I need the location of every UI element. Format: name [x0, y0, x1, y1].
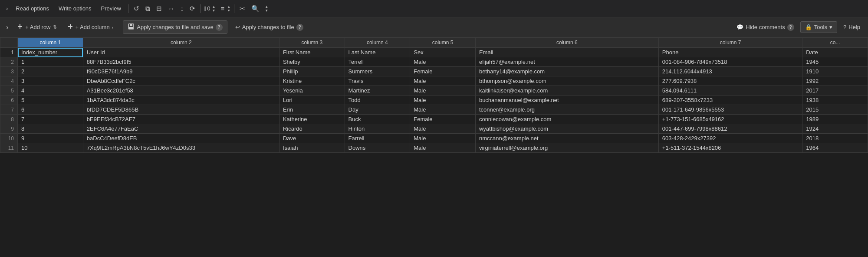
- table-cell[interactable]: 1964: [802, 143, 868, 153]
- table-cell[interactable]: 001-084-906-7849x73518: [658, 57, 802, 67]
- table-cell[interactable]: 1910: [802, 67, 868, 76]
- table-cell[interactable]: +1-773-151-6685x49162: [658, 115, 802, 124]
- table-cell[interactable]: 2: [18, 67, 83, 76]
- tab-read-options[interactable]: Read options: [11, 3, 53, 13]
- table-cell[interactable]: Male: [410, 105, 476, 115]
- table-row[interactable]: 54A31Bee3c201ef58YeseniaMartinezMalekait…: [0, 86, 868, 96]
- table-cell[interactable]: bethany14@example.com: [475, 67, 658, 76]
- apply-button[interactable]: ↩ Apply changes to file ?: [231, 22, 308, 33]
- table-cell[interactable]: 5: [18, 96, 83, 105]
- table-cell[interactable]: Day: [345, 105, 410, 115]
- table-cell[interactable]: 2018: [802, 134, 868, 143]
- table-cell[interactable]: baDcC4DeefD8dEB: [83, 134, 279, 143]
- table-cell[interactable]: 2EFC6A4e77FaEaC: [83, 124, 279, 134]
- table-cell[interactable]: 1938: [802, 96, 868, 105]
- tab-preview[interactable]: Preview: [97, 3, 125, 13]
- table-cell[interactable]: 1924: [802, 124, 868, 134]
- ruler-button[interactable]: ⊟: [154, 3, 164, 14]
- table-cell[interactable]: bfDD7CDEF5D865B: [83, 105, 279, 115]
- col-header-5[interactable]: column 5: [410, 38, 476, 48]
- col-count-stepper[interactable]: ▲ ▼: [211, 5, 217, 13]
- row-count-stepper[interactable]: ▲ ▼: [226, 5, 231, 13]
- table-cell[interactable]: bthompson@example.com: [475, 76, 658, 86]
- col-count-down[interactable]: ▼: [211, 9, 217, 13]
- sync-button[interactable]: ⟳: [187, 3, 198, 14]
- col-header-7[interactable]: column 7: [658, 38, 802, 48]
- table-cell[interactable]: 8: [18, 124, 83, 134]
- help-button[interactable]: ? Help: [839, 22, 865, 33]
- table-row[interactable]: 32f90cD3E76f1A9b9PhillipSummersFemalebet…: [0, 67, 868, 76]
- expand-sidebar-button[interactable]: ›: [3, 3, 10, 13]
- table-cell[interactable]: buchananmanuel@example.net: [475, 96, 658, 105]
- table-cell[interactable]: 603-428-2429x27392: [658, 134, 802, 143]
- table-cell[interactable]: Female: [410, 115, 476, 124]
- table-cell[interactable]: First Name: [279, 48, 345, 57]
- tools-button[interactable]: 🔒 Tools ▾: [800, 21, 837, 33]
- table-row[interactable]: 2188F7B33d2bcf9f5ShelbyTerrellMaleelijah…: [0, 57, 868, 67]
- apply-save-help-icon[interactable]: ?: [216, 24, 223, 31]
- table-cell[interactable]: Female: [410, 67, 476, 76]
- search-stepper[interactable]: ▲ ▼: [264, 5, 269, 13]
- table-cell[interactable]: kaitlinkaiser@example.com: [475, 86, 658, 96]
- table-cell[interactable]: f90cD3E76f1A9b9: [83, 67, 279, 76]
- col-count-up[interactable]: ▲: [211, 5, 217, 9]
- table-cell[interactable]: Terrell: [345, 57, 410, 67]
- table-cell[interactable]: Last Name: [345, 48, 410, 57]
- arrows-h-button[interactable]: ↔: [165, 3, 177, 14]
- arrows-v-button[interactable]: ↕: [178, 3, 187, 14]
- table-cell[interactable]: Male: [410, 143, 476, 153]
- table-cell[interactable]: nmccann@example.net: [475, 134, 658, 143]
- table-cell[interactable]: 1: [18, 57, 83, 67]
- table-cell[interactable]: Martinez: [345, 86, 410, 96]
- search-up[interactable]: ▲: [264, 5, 269, 9]
- table-cell[interactable]: 3: [18, 76, 83, 86]
- search-down[interactable]: ▼: [264, 9, 269, 13]
- table-cell[interactable]: 9: [18, 134, 83, 143]
- table-cell[interactable]: Sex: [410, 48, 476, 57]
- table-cell[interactable]: Hinton: [345, 124, 410, 134]
- table-cell[interactable]: Travis: [345, 76, 410, 86]
- table-cell[interactable]: conniecowan@example.com: [475, 115, 658, 124]
- table-cell[interactable]: 6: [18, 105, 83, 115]
- table-cell[interactable]: Todd: [345, 96, 410, 105]
- table-cell[interactable]: 1bA7A3dc874da3c: [83, 96, 279, 105]
- table-row[interactable]: 76bfDD7CDEF5D865BErinDayMaletconner@exam…: [0, 105, 868, 115]
- col-header-2[interactable]: column 2: [83, 38, 279, 48]
- table-cell[interactable]: Index_number: [18, 48, 83, 57]
- table-cell[interactable]: 7: [18, 115, 83, 124]
- table-cell[interactable]: 214.112.6044x4913: [658, 67, 802, 76]
- table-cell[interactable]: Phone: [658, 48, 802, 57]
- table-cell[interactable]: Katherine: [279, 115, 345, 124]
- table-cell[interactable]: Kristine: [279, 76, 345, 86]
- table-cell[interactable]: Dave: [279, 134, 345, 143]
- table-cell[interactable]: 584.094.6111: [658, 86, 802, 96]
- table-cell[interactable]: Phillip: [279, 67, 345, 76]
- table-cell[interactable]: Male: [410, 96, 476, 105]
- table-cell[interactable]: 4: [18, 86, 83, 96]
- table-cell[interactable]: 88F7B33d2bcf9f5: [83, 57, 279, 67]
- cut-button[interactable]: ✂: [237, 3, 248, 14]
- table-cell[interactable]: 001-447-699-7998x88612: [658, 124, 802, 134]
- apply-and-save-button[interactable]: Apply changes to file and save ?: [123, 20, 227, 34]
- table-cell[interactable]: elijah57@example.net: [475, 57, 658, 67]
- table-cell[interactable]: 1992: [802, 76, 868, 86]
- row-count-down[interactable]: ▼: [226, 9, 231, 13]
- add-column-button[interactable]: + Add column ‹: [63, 21, 118, 33]
- table-cell[interactable]: 001-171-649-9856x5553: [658, 105, 802, 115]
- table-cell[interactable]: 2015: [802, 105, 868, 115]
- table-cell[interactable]: Ricardo: [279, 124, 345, 134]
- row-count-up[interactable]: ▲: [226, 5, 231, 9]
- col-header-1[interactable]: column 1: [18, 38, 83, 48]
- table-cell[interactable]: 10: [18, 143, 83, 153]
- add-row-button[interactable]: + Add row ⇅: [13, 21, 61, 33]
- table-cell[interactable]: Erin: [279, 105, 345, 115]
- table-row[interactable]: 43DbeAb8CcdfeFC2cKristineTravisMalebthom…: [0, 76, 868, 86]
- table-cell[interactable]: wyattbishop@example.com: [475, 124, 658, 134]
- table-cell[interactable]: 1945: [802, 57, 868, 67]
- table-cell[interactable]: Buck: [345, 115, 410, 124]
- table-cell[interactable]: Male: [410, 76, 476, 86]
- table-cell[interactable]: Downs: [345, 143, 410, 153]
- refresh-button[interactable]: ↺: [131, 3, 142, 14]
- table-row[interactable]: 11107Xq9fL2mRpA3bN8cT5vE1hJ6wY4zD0s33Isa…: [0, 143, 868, 153]
- table-cell[interactable]: bE9EEf34cB72AF7: [83, 115, 279, 124]
